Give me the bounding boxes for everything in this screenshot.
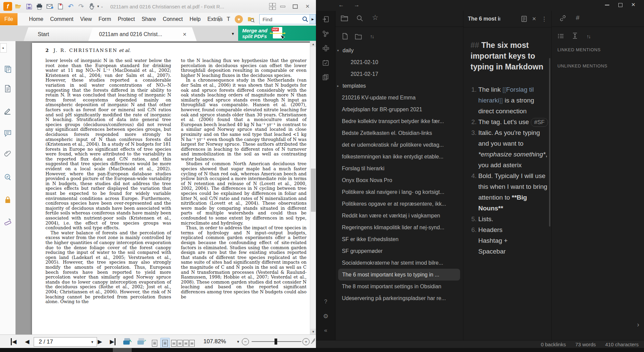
comments-panel-icon[interactable] [4,129,11,137]
graph-view-icon[interactable] [322,30,330,38]
sort-icon[interactable]: ↑↓ [585,32,592,40]
menu-item[interactable]: Comment [47,13,77,25]
minimize-icon[interactable] [605,5,609,5]
list-item[interactable]: folkestemningen kan ikke entydigt etable… [335,151,463,163]
pdf-scrollbar-thumb[interactable] [311,169,316,212]
scroll-up-icon[interactable]: ▲ [310,41,316,47]
page-number-input[interactable]: 2 / 17 ▼ [34,337,97,347]
next-view-button[interactable]: ↗ [137,335,146,348]
new-folder-icon[interactable] [355,33,362,40]
security-lock-icon[interactable] [4,196,11,204]
zoom-slider[interactable] [252,341,301,342]
editor-scrollbar-thumb[interactable] [549,58,550,227]
find-input[interactable]: Find ▶ [259,14,316,24]
collapse-sidebar-icon[interactable]: « [322,326,330,334]
list-item[interactable]: 2021-02-10 [335,56,463,68]
quick-switcher-icon[interactable] [322,15,330,23]
first-page-button[interactable]: ◀ [11,335,17,348]
email-icon[interactable] [46,2,54,10]
zoom-slider-thumb[interactable] [275,339,277,345]
tab-active-document[interactable]: 0211am and 0216 Christ... ✕ [88,27,197,41]
linked-mentions-heading[interactable]: LINKED MENTIONS [557,47,601,52]
maximize-icon[interactable] [290,3,300,10]
bookmarks-panel-icon[interactable] [4,65,11,73]
page-dropdown-icon[interactable]: ▼ [91,340,97,344]
list-item[interactable]: Socialdemokraterne har stemt imod bilre.… [335,257,463,269]
outline-icon[interactable] [557,32,565,40]
folder-toggle-icon[interactable]: ▸ [337,84,343,88]
list-item[interactable]: Onyx Boox Nova Pro [335,174,463,186]
zoom-level-value[interactable]: 107.82% [203,335,226,348]
scroll-down-icon[interactable]: ▼ [310,329,316,334]
list-item[interactable]: Arbejdsplan for BR-gruppen 2021 [335,104,463,115]
menu-item[interactable]: View [77,13,95,25]
list-item[interactable]: 2021-02-17 [335,68,463,80]
maximize-icon[interactable] [618,3,622,7]
attachments-panel-icon[interactable] [4,150,11,157]
new-note-icon[interactable] [341,32,349,40]
list-item[interactable]: Reddit kan være et værktøj i valgkampen [335,210,463,222]
menu-item[interactable]: File [0,13,18,25]
list-item[interactable]: ▸ templates [335,80,463,92]
redo-icon[interactable]: ↷ [77,2,85,10]
sort-order-icon[interactable]: ↑↓ [368,32,376,40]
list-item[interactable]: ▾ daily [335,45,463,56]
print-icon[interactable] [35,2,43,10]
zoom-out-button[interactable]: − [242,335,249,348]
lightbulb-icon[interactable] [217,16,222,23]
list-item[interactable]: The 6 most important keys to typing in .… [338,269,460,281]
previous-view-button[interactable]: ↖ [123,335,131,348]
arrange-windows-icon[interactable] [269,3,275,10]
folder-toggle-icon[interactable]: ▾ [337,49,343,52]
tag-pill[interactable]: #SF [531,118,548,127]
save-icon[interactable] [25,2,33,10]
collapse-right-sidebar-icon[interactable]: › [637,321,639,328]
note-content[interactable]: ## The six most important keys to typing… [471,40,549,257]
folder-icon[interactable] [341,14,348,22]
hand-tool-icon[interactable] [88,2,96,10]
back-icon[interactable]: ← [337,2,346,8]
list-item[interactable]: Politikere skal navigere i lang- og kort… [335,186,463,198]
search-icon[interactable] [356,14,363,22]
list-item[interactable]: SF gruppemøder [335,245,463,257]
menu-item[interactable]: Connect [159,13,186,25]
menu-item[interactable]: Share [138,13,159,25]
tab-close-icon[interactable]: ✕ [183,32,187,37]
menu-item[interactable]: Home [26,13,47,25]
merge-split-banner[interactable]: Merge andsplit PDFs PDF [238,26,320,41]
backlink-count[interactable]: 0 backlinks [541,342,566,347]
undo-icon[interactable]: ↶ [67,2,75,10]
reading-view-icon[interactable] [521,16,527,22]
menu-item[interactable]: Help [186,13,204,25]
hand-tool-dropdown-icon[interactable]: ▼ [97,5,100,8]
previous-page-button[interactable]: ◀ [25,335,29,348]
toolbar-more-icon[interactable]: ⌄ [101,5,103,8]
list-item[interactable]: Udeservering på parkeringspladser har re… [335,292,463,304]
backlink-icon[interactable] [559,14,567,22]
pages-panel-icon[interactable] [4,85,11,92]
signature-panel-icon[interactable] [4,107,11,115]
unlinked-mentions-heading[interactable]: UNLINKED MENTIONS [557,63,607,68]
last-page-button[interactable]: ▶ [110,335,116,348]
close-icon[interactable]: ✕ [631,2,636,8]
heart-badge-icon[interactable]: ♥ [235,15,243,23]
copy-note-icon[interactable] [322,73,330,81]
pdf-scrollbar[interactable]: ▲ ▼ [310,41,316,334]
close-pane-icon[interactable]: ✕ [532,16,536,22]
list-item[interactable]: SF er ikke Enhedslisten [335,233,463,245]
minimize-icon[interactable] [278,3,288,10]
list-item[interactable]: Bedre kollektiv transport betyder ikke f… [335,115,463,127]
menu-item[interactable]: Form [95,13,114,25]
list-item[interactable]: Regeringens klimapolitik lider af nej-sy… [335,222,463,233]
tab-list-dropdown-icon[interactable]: ▼ [231,32,235,36]
daily-note-icon[interactable] [322,59,330,67]
forward-icon[interactable]: → [352,2,361,8]
list-item[interactable]: Bedste Zettelkasten el. Obsidian-links [335,127,463,139]
star-icon[interactable]: ☆ [372,14,379,21]
list-item[interactable]: det er udemokratisk når politikere vedta… [335,139,463,151]
list-item[interactable]: Politikeres opgave er at repræsentere, i… [335,198,463,210]
text-tool-icon[interactable]: T [227,16,230,23]
next-page-button[interactable]: ▶ [98,335,102,348]
zoom-in-button[interactable]: + [302,335,310,348]
list-item[interactable]: 210216 KV-update med Emma [335,92,463,104]
